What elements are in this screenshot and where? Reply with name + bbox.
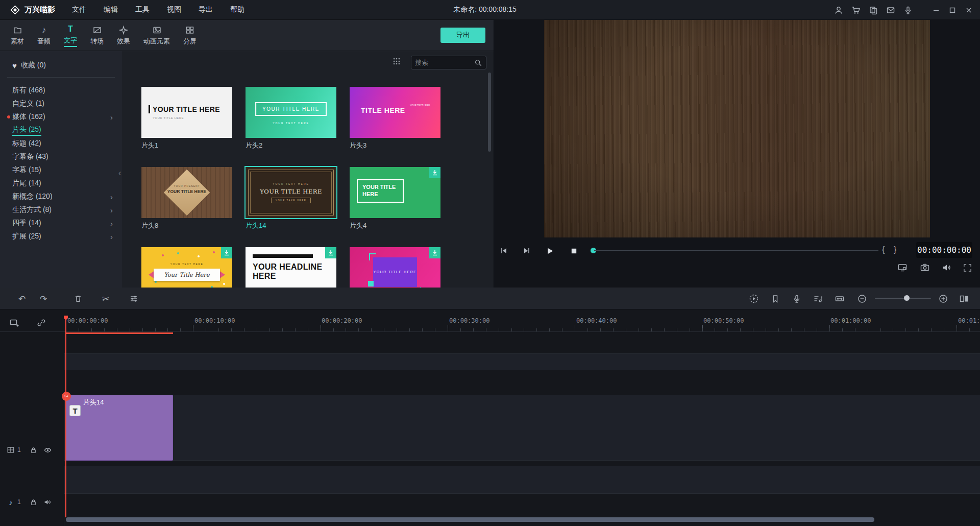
tab-transition[interactable]: 转场 <box>84 25 110 46</box>
cart-icon[interactable] <box>851 6 861 15</box>
timeline-clip-title[interactable]: ✂ 片头14 T <box>66 395 173 461</box>
template-card-14-selected[interactable]: YOUR TEXT HERE YOUR TITLE HERE YOUR TAKE… <box>246 167 336 231</box>
download-icon[interactable] <box>221 247 232 258</box>
timeline-ruler[interactable]: 00:00:00:00 00:00:10:00 00:00:20:00 00:0… <box>66 316 980 331</box>
tab-elements[interactable]: 动画元素 <box>137 25 177 46</box>
download-icon[interactable] <box>325 247 336 258</box>
fit-timeline-icon[interactable] <box>834 293 845 304</box>
undo-icon[interactable]: ↶ <box>16 293 28 304</box>
copy-icon[interactable] <box>869 6 878 15</box>
template-card-4[interactable]: YOUR TITLE HERE 片头4 <box>350 167 440 231</box>
tab-split-screen[interactable]: 分屏 <box>177 25 203 46</box>
prev-frame-button[interactable] <box>499 246 509 256</box>
microphone-icon[interactable] <box>903 6 913 15</box>
zoom-slider-handle[interactable] <box>904 295 910 301</box>
sidebar-item-titles[interactable]: 标题 (42) <box>0 137 122 150</box>
delete-icon[interactable] <box>72 293 84 304</box>
marker-icon[interactable] <box>770 293 781 304</box>
template-thumbnail[interactable]: YOUR HEADLINE HERE <box>246 247 336 288</box>
record-voiceover-icon[interactable] <box>791 293 802 304</box>
sidebar-item-media[interactable]: 媒体 (162)› <box>0 110 122 124</box>
seek-bar[interactable] <box>594 250 878 251</box>
mark-out-icon[interactable]: } <box>894 245 896 254</box>
grid-view-icon[interactable] <box>393 57 401 65</box>
zoom-in-icon[interactable] <box>938 293 949 304</box>
download-icon[interactable] <box>429 247 440 258</box>
menu-edit[interactable]: 编辑 <box>95 5 127 14</box>
template-thumbnail[interactable]: YOUR TITLE HERE <box>350 247 440 288</box>
search-input[interactable] <box>415 59 474 66</box>
snapshot-camera-icon[interactable] <box>920 262 930 273</box>
tab-audio[interactable]: ♪ 音频 <box>31 25 57 46</box>
sidebar-item-lower-thirds[interactable]: 字幕条 (43) <box>0 150 122 163</box>
template-card-3[interactable]: TITLE HERE YOUR TEXT HERE 片头3 <box>350 87 440 151</box>
template-thumbnail[interactable]: YOUR TEXT HERE Your Title Here <box>141 247 232 288</box>
template-card-7[interactable]: YOUR TEXT HERE Your Title Here <box>141 247 232 288</box>
lock-icon[interactable] <box>29 445 38 455</box>
sidebar-item-openers[interactable]: 片头 (25) <box>0 124 122 137</box>
speaker-icon[interactable] <box>43 497 52 507</box>
tab-text[interactable]: T 文字 <box>57 24 84 47</box>
export-button[interactable]: 导出 <box>440 28 485 43</box>
download-icon[interactable] <box>429 167 440 178</box>
sidebar-item-new-concept[interactable]: 新概念 (120)› <box>0 190 122 203</box>
sidebar-item-subtitles[interactable]: 字幕 (15) <box>0 163 122 177</box>
speaker-icon[interactable] <box>941 262 951 273</box>
tab-media[interactable]: 素材 <box>4 25 31 46</box>
menu-view[interactable]: 视图 <box>158 5 190 14</box>
zoom-out-icon[interactable] <box>856 293 868 304</box>
link-icon[interactable] <box>36 318 46 328</box>
sidebar-collapse-icon[interactable]: ‹ <box>118 169 121 178</box>
mark-in-icon[interactable]: { <box>882 245 885 254</box>
fullscreen-icon[interactable] <box>962 262 972 273</box>
template-thumbnail[interactable]: TITLE HERE YOUR TEXT HERE <box>350 87 440 138</box>
menu-tools[interactable]: 工具 <box>127 5 158 14</box>
template-card-8b[interactable]: YOUR HEADLINE HERE <box>246 247 336 288</box>
template-thumbnail[interactable]: YOUR TEXT HERE YOUR TITLE HERE YOUR TAKE… <box>246 167 336 218</box>
template-card-2[interactable]: YOUR TITLE HERE YOUR TEXT HERE 片头2 <box>246 87 336 151</box>
sidebar-item-seasons[interactable]: 四季 (14)› <box>0 217 122 230</box>
menu-export[interactable]: 导出 <box>190 5 222 14</box>
sidebar-item-favorites[interactable]: ♥ 收藏 (0) <box>0 58 122 73</box>
search-icon[interactable] <box>474 59 482 67</box>
next-frame-button[interactable] <box>522 246 532 256</box>
split-scissors-icon[interactable]: ✂ <box>100 293 111 304</box>
redo-icon[interactable]: ↷ <box>38 293 49 304</box>
maximize-icon[interactable] <box>948 6 957 14</box>
lock-icon[interactable] <box>29 497 38 507</box>
audio-mixer-icon[interactable] <box>813 293 824 304</box>
sidebar-item-all[interactable]: 所有 (468) <box>0 84 122 97</box>
template-thumbnail[interactable]: YOUR TITLE HERE <box>350 167 440 218</box>
sidebar-item-custom[interactable]: 自定义 (1) <box>0 97 122 110</box>
sidebar-item-lifestyle[interactable]: 生活方式 (8)› <box>0 203 122 217</box>
template-card-9[interactable]: YOUR TITLE HERE <box>350 247 440 288</box>
menu-help[interactable]: 帮助 <box>222 5 253 14</box>
stop-button[interactable] <box>569 246 579 256</box>
panel-layout-icon[interactable] <box>959 293 970 304</box>
tab-effects[interactable]: 效果 <box>110 25 137 46</box>
render-preview-icon[interactable] <box>748 293 760 304</box>
eye-icon[interactable] <box>43 445 52 455</box>
zoom-slider-track[interactable] <box>875 298 931 299</box>
template-thumbnail[interactable]: YOUR PRESENT YOUR TITLE HERE <box>141 167 232 218</box>
add-track-icon[interactable] <box>9 318 19 328</box>
adjust-sliders-icon[interactable] <box>128 293 139 304</box>
close-icon[interactable] <box>965 6 973 14</box>
mail-icon[interactable] <box>886 6 895 15</box>
template-card-8[interactable]: YOUR PRESENT YOUR TITLE HERE 片头8 <box>141 167 232 231</box>
vertical-scrollbar[interactable] <box>488 73 491 152</box>
user-icon[interactable] <box>834 6 843 15</box>
sidebar-item-end-credits[interactable]: 片尾 (14) <box>0 177 122 190</box>
sidebar-item-expansion[interactable]: 扩展 (25)› <box>0 230 122 243</box>
template-card-1[interactable]: YOUR TITLE HERE YOUR TITLE HERE 片头1 <box>141 87 232 151</box>
template-thumbnail[interactable]: YOUR TITLE HERE YOUR TEXT HERE <box>246 87 336 138</box>
template-thumbnail[interactable]: YOUR TITLE HERE YOUR TITLE HERE <box>141 87 232 138</box>
playhead[interactable] <box>65 316 66 517</box>
text-icon: T <box>68 24 73 34</box>
split-marker-pin[interactable]: ✂ <box>62 392 71 401</box>
menu-file[interactable]: 文件 <box>63 5 95 14</box>
play-button[interactable] <box>545 246 555 256</box>
minimize-icon[interactable] <box>932 6 940 14</box>
display-settings-icon[interactable] <box>897 262 908 273</box>
horizontal-scrollbar[interactable] <box>66 517 874 522</box>
